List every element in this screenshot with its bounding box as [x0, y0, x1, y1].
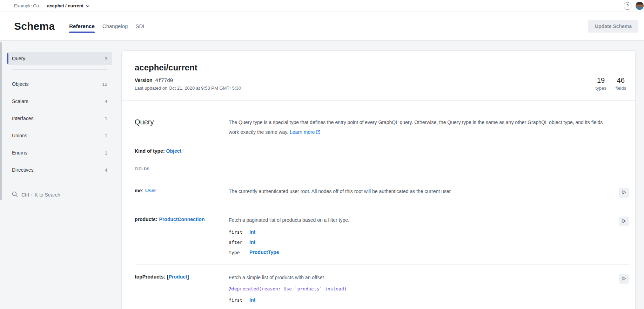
page-body: Query 3 Objects 12 Scalars 4 Interfaces …	[0, 41, 644, 309]
type-description-text: The Query type is a special type that de…	[229, 119, 603, 135]
search-hint: Ctrl + K to Search	[21, 192, 60, 198]
sidebar-item-scalars[interactable]: Scalars 4	[7, 95, 112, 108]
graph-summary: acephei/current Version 4f77d0 Last upda…	[122, 51, 635, 101]
tab-bar: Reference Changelog SDL	[65, 21, 149, 33]
sidebar-item-objects[interactable]: Objects 12	[7, 78, 112, 90]
arg-type-link[interactable]: ProductType	[249, 249, 279, 255]
schema-sidebar: Query 3 Objects 12 Scalars 4 Interfaces …	[7, 41, 112, 309]
arg-name: first	[229, 229, 249, 235]
field-row-products: products:ProductConnection Fetch a pagin…	[135, 207, 630, 265]
version-label: Version	[135, 77, 153, 83]
kind-value-link[interactable]: Object	[166, 148, 182, 154]
arg-row: first Int	[229, 229, 613, 235]
stat-types: 19 types	[596, 76, 606, 91]
stat-fields-label: fields	[616, 85, 626, 91]
sidebar-scrollbar[interactable]	[0, 42, 2, 200]
deprecated-annotation: @deprecated(reason: Use `products` inste…	[229, 286, 613, 291]
sidebar-divider	[12, 69, 107, 70]
sidebar-item-count: 4	[105, 167, 107, 173]
org-label: Example Co.:	[14, 3, 41, 8]
version-value: 4f77d0	[155, 77, 173, 83]
run-in-explorer-button[interactable]	[619, 274, 629, 284]
learn-more-link[interactable]: Learn more	[290, 129, 320, 135]
search-trigger[interactable]: Ctrl + K to Search	[7, 189, 112, 200]
arg-name: type	[229, 250, 249, 255]
arg-name: after	[229, 240, 249, 245]
graph-title: acephei/current	[135, 63, 241, 73]
stat-types-label: types	[596, 85, 606, 91]
sidebar-item-count: 4	[105, 99, 107, 104]
field-args: first Int after Int type ProductType	[229, 229, 613, 255]
sidebar-item-label: Query	[12, 56, 25, 61]
sidebar-item-label: Unions	[12, 133, 27, 138]
chevron-down-icon	[86, 3, 89, 8]
type-section-query: Query The Query type is a special type t…	[122, 101, 635, 309]
field-name: topProducts:	[135, 274, 165, 280]
sidebar-divider	[12, 181, 107, 181]
field-args: first Int	[229, 297, 613, 303]
field-description: Fetch a simple list of products with an …	[229, 274, 613, 281]
sidebar-item-enums[interactable]: Enums 1	[7, 146, 112, 159]
kind-label: Kind of type:	[135, 148, 165, 154]
schema-reference-card: acephei/current Version 4f77d0 Last upda…	[121, 50, 636, 309]
sidebar-item-count: 1	[105, 116, 107, 121]
sidebar-item-query[interactable]: Query 3	[7, 52, 112, 65]
field-type-link[interactable]: User	[145, 188, 156, 193]
graph-selector-label: acephei / current	[47, 3, 83, 8]
arg-row: first Int	[229, 297, 613, 303]
active-tab-underline	[69, 32, 95, 33]
stat-fields: 46 fields	[616, 76, 626, 91]
kind-of-type: Kind of type:Object	[135, 148, 630, 154]
stat-fields-value: 46	[616, 76, 626, 84]
update-schema-button[interactable]: Update Schema	[588, 20, 638, 33]
page-header: Schema Reference Changelog SDL Update Sc…	[0, 12, 644, 41]
schema-stats: 19 types 46 fields	[596, 76, 626, 91]
field-name: me:	[135, 188, 143, 193]
sidebar-item-count: 12	[102, 82, 107, 87]
sidebar-item-label: Objects	[12, 81, 28, 87]
type-name: Query	[135, 118, 229, 137]
fields-heading: FIELDS	[135, 167, 630, 178]
top-bar: Example Co.: acephei / current ?	[0, 0, 644, 12]
arg-type-link[interactable]: Int	[249, 239, 255, 245]
tab-changelog-label: Changelog	[102, 23, 128, 29]
tab-reference[interactable]: Reference	[65, 21, 99, 33]
sidebar-item-count: 1	[105, 133, 107, 138]
field-type-link[interactable]: Product	[169, 274, 187, 280]
field-description: The currently authenticated user root. A…	[229, 188, 613, 195]
help-icon[interactable]: ?	[624, 2, 631, 10]
tab-changelog[interactable]: Changelog	[99, 21, 132, 33]
type-description: The Query type is a special type that de…	[229, 117, 613, 137]
tab-sdl[interactable]: SDL	[132, 21, 149, 33]
play-icon	[622, 276, 626, 282]
stat-types-value: 19	[596, 76, 606, 84]
play-icon	[622, 219, 626, 225]
arg-row: type ProductType	[229, 249, 613, 255]
sidebar-item-interfaces[interactable]: Interfaces 1	[7, 112, 112, 125]
field-name: products:	[135, 217, 157, 222]
field-type-link[interactable]: ProductConnection	[159, 217, 205, 222]
sidebar-item-unions[interactable]: Unions 1	[7, 129, 112, 142]
sidebar-item-directives[interactable]: Directives 4	[7, 164, 112, 176]
arg-name: first	[229, 297, 249, 303]
external-link-icon	[316, 130, 320, 135]
field-row-me: me:User The currently authenticated user…	[135, 178, 630, 207]
tab-sdl-label: SDL	[135, 23, 146, 29]
field-row-topproducts: topProducts:[Product] Fetch a simple lis…	[135, 265, 630, 309]
sidebar-item-label: Scalars	[12, 98, 28, 104]
sidebar-item-count: 1	[105, 150, 107, 156]
graph-selector-dropdown[interactable]: acephei / current	[47, 3, 89, 8]
search-icon	[12, 191, 18, 198]
arg-type-link[interactable]: Int	[249, 297, 255, 303]
arg-type-link[interactable]: Int	[249, 229, 255, 235]
sidebar-item-label: Interfaces	[12, 116, 33, 121]
run-in-explorer-button[interactable]	[619, 188, 629, 198]
field-description: Fetch a paginated list of products based…	[229, 217, 613, 224]
run-in-explorer-button[interactable]	[619, 217, 629, 226]
sidebar-item-label: Directives	[12, 167, 33, 173]
page-title: Schema	[14, 20, 55, 32]
sidebar-item-count: 3	[105, 56, 107, 61]
user-avatar[interactable]	[636, 2, 644, 10]
play-icon	[622, 190, 626, 196]
arg-row: after Int	[229, 239, 613, 245]
